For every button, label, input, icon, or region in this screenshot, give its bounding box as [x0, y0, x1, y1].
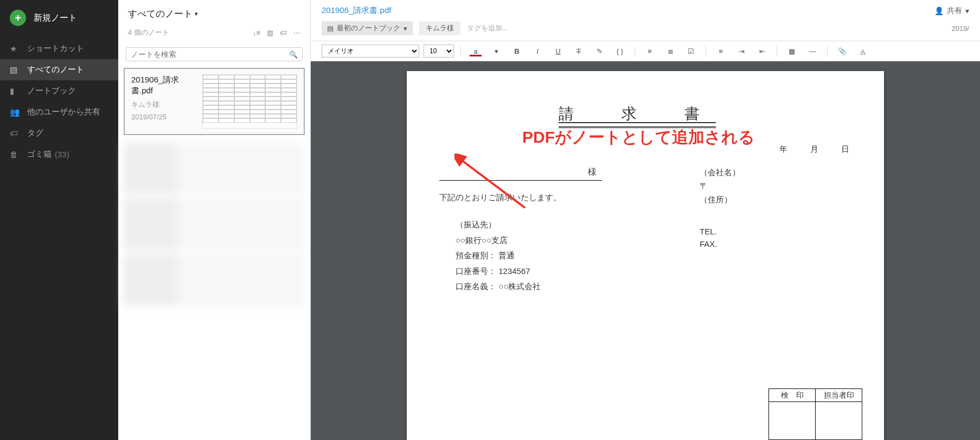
tag-icon: 🏷 — [10, 129, 20, 138]
code-button[interactable]: { } — [612, 44, 628, 58]
bank-name: ○○銀行○○支店 — [456, 233, 700, 248]
search-box[interactable]: 🔍 — [126, 47, 303, 61]
notebook-icon: ▮ — [10, 86, 20, 96]
indent-button[interactable]: ⇥ — [733, 44, 750, 58]
card-date: 2019/07/25 — [131, 113, 197, 121]
sidebar: + 新規ノート ★ ショートカット ▤ すべてのノート ▮ ノートブック 👥 他… — [0, 0, 118, 440]
people-icon: 👥 — [10, 107, 20, 117]
plus-icon: + — [10, 10, 26, 26]
company-name: （会社名） — [700, 168, 851, 178]
font-color-button[interactable]: a — [467, 44, 484, 58]
card-title: 201906_請求書.pdf — [131, 74, 197, 95]
stamp-person-cell — [816, 402, 862, 440]
tel: TEL. — [700, 227, 851, 236]
pdf-page: 請 求 書 年 月 日 様 下記のとおりご請求いたします。 （振込先） ○○銀行… — [407, 71, 884, 440]
formatting-toolbar: メイリオ 10 a ▾ B I U T̶ ✎ { } ≡ ≣ ☑ ≡ ⇥ ⇤ ▦… — [311, 41, 980, 61]
attachment-button[interactable]: 📎 — [834, 44, 850, 58]
share-button[interactable]: 👤 共有 ▾ — [934, 6, 969, 16]
chevron-down-icon: ▾ — [403, 24, 407, 33]
hr-button[interactable]: — — [804, 44, 821, 58]
align-button[interactable]: ≡ — [713, 44, 729, 58]
editor: 201906_請求書.pdf 👤 共有 ▾ ▤ 最初のノートブック ▾ キムラ様… — [311, 0, 980, 440]
search-icon: 🔍 — [289, 50, 298, 59]
note-count: 4 個のノート — [128, 28, 169, 37]
notebook-selector[interactable]: ▤ 最初のノートブック ▾ — [322, 21, 413, 35]
more-button[interactable]: ◬ — [855, 44, 871, 58]
account-name: 口座名義： ○○株式会社 — [456, 279, 700, 295]
italic-button[interactable]: I — [529, 44, 546, 58]
note-list-panel: すべてのノート ▾ 4 個のノート ↓≡ ▥ 🏷 ⋯ 🔍 201906_請求書.… — [118, 0, 311, 440]
nav-label: すべてのノート — [27, 65, 84, 75]
nav-label: タグ — [27, 128, 43, 138]
account-number: 口座番号： 1234567 — [456, 264, 700, 279]
address: （住所） — [700, 195, 851, 205]
nav-notebooks[interactable]: ▮ ノートブック — [0, 80, 118, 101]
share-label: 共有 — [947, 6, 962, 16]
underline-button[interactable]: U — [550, 44, 566, 58]
nav-label: 他のユーザから共有 — [27, 107, 100, 117]
document-title[interactable]: 201906_請求書.pdf — [322, 5, 391, 16]
new-note-label: 新規ノート — [34, 12, 77, 24]
fax: FAX. — [700, 239, 851, 248]
view-toggle-button[interactable]: ▥ — [267, 29, 273, 37]
tag-chip[interactable]: キムラ様 — [419, 21, 460, 35]
checkbox-button[interactable]: ☑ — [683, 44, 699, 58]
outdent-button[interactable]: ⇤ — [754, 44, 770, 58]
note-date: 2019/ — [951, 24, 969, 33]
chevron-down-icon: ▾ — [965, 7, 969, 15]
font-select[interactable]: メイリオ — [322, 44, 419, 58]
invoice-title: 請 求 書 — [559, 104, 716, 128]
numbered-list-button[interactable]: ≣ — [662, 44, 678, 58]
nav-label: ゴミ箱 — [27, 149, 52, 160]
share-icon: 👤 — [934, 7, 944, 15]
nav-trash-count: (33) — [55, 150, 69, 159]
nav-label: ショートカット — [27, 43, 84, 54]
highlight-button[interactable]: ✎ — [591, 44, 607, 58]
nav-all-notes[interactable]: ▤ すべてのノート — [0, 59, 118, 80]
tag-filter-button[interactable]: 🏷 — [280, 29, 287, 37]
bullet-list-button[interactable]: ≡ — [642, 44, 658, 58]
card-thumbnail — [202, 74, 297, 129]
stamp-person-header: 担当者印 — [816, 389, 862, 402]
list-header: すべてのノート ▾ 4 個のノート ↓≡ ▥ 🏷 ⋯ — [118, 0, 310, 42]
stamp-inspect-cell — [769, 402, 816, 440]
nav-trash[interactable]: 🗑 ゴミ箱 (33) — [0, 144, 118, 165]
nav: ★ ショートカット ▤ すべてのノート ▮ ノートブック 👥 他のユーザから共有… — [0, 38, 118, 165]
list-title-label: すべてのノート — [128, 8, 193, 20]
more-options-button[interactable]: ⋯ — [293, 29, 300, 37]
invoice-addressee: 様 — [439, 164, 602, 181]
nav-tags[interactable]: 🏷 タグ — [0, 123, 118, 144]
postal-mark: 〒 — [700, 181, 851, 192]
invoice-message: 下記のとおりご請求いたします。 — [439, 193, 700, 203]
strikethrough-button[interactable]: T̶ — [571, 44, 587, 58]
card-tag: キムラ様 — [131, 100, 197, 110]
invoice-date: 年 月 日 — [439, 144, 851, 155]
font-size-select[interactable]: 10 — [424, 44, 454, 58]
note-icon: ▤ — [10, 65, 20, 75]
star-icon: ★ — [10, 44, 20, 54]
chevron-down-icon[interactable]: ▾ — [488, 44, 504, 58]
nav-shared[interactable]: 👥 他のユーザから共有 — [0, 101, 118, 123]
notebook-name: 最初のノートブック — [337, 23, 400, 33]
bank-header: （振込先） — [456, 217, 700, 233]
bold-button[interactable]: B — [509, 44, 525, 58]
tag-input[interactable]: タグを追加... — [467, 23, 508, 33]
trash-icon: 🗑 — [10, 150, 20, 159]
nav-label: ノートブック — [27, 86, 76, 96]
chevron-down-icon: ▾ — [195, 10, 198, 17]
account-type: 預金種別： 普通 — [456, 248, 700, 264]
list-title-dropdown[interactable]: すべてのノート ▾ — [128, 8, 300, 20]
nav-shortcuts[interactable]: ★ ショートカット — [0, 38, 118, 59]
stamp-table: 検 印担当者印 — [768, 388, 862, 440]
document-canvas[interactable]: PDFがノートとして追加される 請 求 書 年 月 日 様 下記のとおりご請求い… — [311, 61, 980, 440]
invoice-bank-info: （振込先） ○○銀行○○支店 預金種別： 普通 口座番号： 1234567 口座… — [439, 217, 700, 295]
note-card[interactable]: 201906_請求書.pdf キムラ様 2019/07/25 — [124, 68, 305, 135]
sort-button[interactable]: ↓≡ — [253, 29, 260, 37]
new-note-button[interactable]: + 新規ノート — [0, 4, 118, 31]
notebook-icon: ▤ — [327, 24, 334, 33]
table-button[interactable]: ▦ — [784, 44, 800, 58]
stamp-inspect-header: 検 印 — [769, 389, 816, 402]
search-input[interactable] — [131, 50, 289, 59]
blurred-notes — [118, 137, 310, 440]
